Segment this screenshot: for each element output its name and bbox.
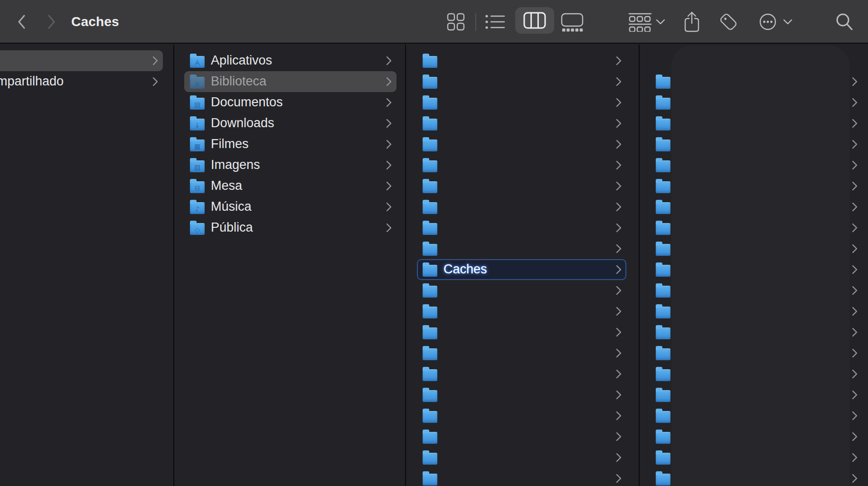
group-by-chevron[interactable]	[654, 0, 667, 44]
unnamed-folder-row[interactable]	[417, 196, 626, 217]
unnamed-folder-row[interactable]	[417, 426, 626, 447]
share-icon	[682, 10, 702, 34]
unnamed-folder-row[interactable]	[417, 71, 626, 92]
unnamed-folder-row[interactable]	[650, 447, 861, 468]
folder-icon	[656, 202, 670, 214]
chevron-right-icon	[45, 11, 58, 32]
shared-row[interactable]: mpartilhado	[0, 71, 163, 92]
unnamed-folder-row[interactable]	[650, 384, 861, 405]
folder-icon	[423, 348, 437, 360]
unnamed-folder-row[interactable]	[417, 405, 626, 426]
unnamed-folder-row[interactable]	[650, 301, 861, 322]
icon-view-button[interactable]	[444, 0, 467, 44]
grid-view-icon	[446, 12, 465, 31]
folder-row-musica[interactable]: ♪ Música	[184, 196, 396, 217]
folder-row-aplicativos[interactable]: A Aplicativos	[184, 50, 396, 71]
folder-row-filmes[interactable]: ▦ Filmes	[184, 134, 396, 155]
unnamed-folder-row[interactable]	[417, 447, 626, 468]
unnamed-folder-row[interactable]	[417, 92, 626, 113]
folder-label: Música	[211, 200, 252, 214]
unnamed-folder-row[interactable]	[417, 280, 626, 301]
folder-icon	[423, 160, 437, 172]
folder-icon	[656, 140, 670, 151]
unnamed-folder-row[interactable]	[417, 301, 626, 322]
folder-icon	[423, 181, 437, 193]
unnamed-folder-row[interactable]	[650, 155, 861, 176]
folder-row-imagens[interactable]: ▨ Imagens	[184, 155, 396, 176]
unnamed-folder-row[interactable]	[650, 405, 861, 426]
back-button[interactable]	[12, 0, 31, 44]
folder-row-downloads[interactable]: ↓ Downloads	[184, 113, 396, 134]
unnamed-folder-row[interactable]	[650, 322, 861, 343]
folder-icon	[656, 411, 670, 423]
column-view-icon	[523, 11, 547, 30]
unnamed-folder-row[interactable]	[417, 238, 626, 259]
unnamed-folder-row[interactable]	[417, 113, 626, 134]
unnamed-folder-row[interactable]	[650, 426, 861, 447]
pictures-folder-icon: ▨	[190, 160, 205, 172]
more-actions-button[interactable]	[757, 0, 779, 44]
unnamed-folder-row[interactable]	[417, 134, 626, 155]
gallery-view-button[interactable]	[559, 0, 585, 44]
folder-icon	[423, 474, 437, 486]
unnamed-folder-row[interactable]	[650, 176, 861, 196]
unnamed-folder-row[interactable]	[417, 364, 626, 384]
chevron-down-icon	[783, 19, 793, 25]
unnamed-folder-row[interactable]	[417, 50, 626, 71]
search-button[interactable]	[833, 0, 856, 44]
folder-row-caches-selected[interactable]: Caches	[417, 259, 626, 280]
chevron-right-icon	[852, 411, 858, 421]
app-badge-icon: A	[190, 57, 205, 68]
column-view-button[interactable]	[515, 7, 554, 34]
folder-icon	[423, 432, 437, 444]
chevron-right-icon	[616, 265, 622, 274]
unnamed-folder-row[interactable]	[650, 113, 861, 134]
folder-icon	[656, 77, 670, 89]
unnamed-folder-row[interactable]	[650, 134, 861, 155]
unnamed-folder-row[interactable]	[417, 176, 626, 196]
chevron-right-icon	[852, 98, 858, 107]
unnamed-folder-row[interactable]	[417, 155, 626, 176]
more-actions-chevron[interactable]	[782, 0, 794, 44]
unnamed-folder-row[interactable]	[417, 343, 626, 364]
chevron-right-icon	[852, 474, 858, 483]
music-note-badge-icon: ♪	[190, 204, 205, 214]
share-button[interactable]	[681, 0, 703, 44]
folder-icon	[656, 223, 670, 235]
folder-row-publica[interactable]: ◇ Pública	[184, 217, 396, 238]
unnamed-folder-row[interactable]	[650, 468, 861, 486]
unnamed-folder-row[interactable]	[417, 322, 626, 343]
download-badge-icon: ↓	[190, 120, 205, 131]
folder-row-mesa[interactable]: ⊟ Mesa	[184, 176, 396, 196]
folder-icon	[423, 286, 437, 298]
unnamed-folder-row[interactable]	[650, 238, 861, 259]
folder-row-documentos[interactable]: ▤ Documentos	[184, 92, 396, 113]
folder-row-biblioteca[interactable]: ⌂ Biblioteca	[184, 71, 396, 92]
forward-button[interactable]	[42, 0, 61, 44]
applications-folder-icon: A	[190, 56, 205, 68]
folder-icon	[656, 307, 670, 318]
unnamed-folder-row[interactable]	[650, 259, 861, 280]
folder-icon	[656, 98, 670, 110]
chevron-right-icon	[852, 244, 858, 253]
tag-button[interactable]	[717, 0, 740, 44]
chevron-right-icon	[852, 369, 858, 379]
folder-icon	[423, 453, 437, 465]
folder-icon	[656, 286, 670, 298]
selected-parent-row[interactable]	[0, 50, 163, 71]
unnamed-folder-row[interactable]	[650, 92, 861, 113]
unnamed-folder-row[interactable]	[650, 71, 861, 92]
unnamed-folder-row[interactable]	[417, 468, 626, 486]
unnamed-folder-row[interactable]	[650, 217, 861, 238]
unnamed-folder-row[interactable]	[650, 343, 861, 364]
group-by-button[interactable]	[627, 0, 653, 44]
unnamed-folder-row[interactable]	[650, 280, 861, 301]
chevron-right-icon	[386, 98, 392, 107]
unnamed-folder-row[interactable]	[650, 196, 861, 217]
chevron-right-icon	[616, 390, 622, 400]
unnamed-folder-row[interactable]	[417, 384, 626, 405]
unnamed-folder-row[interactable]	[417, 217, 626, 238]
group-by-icon	[628, 12, 652, 32]
list-view-button[interactable]	[482, 0, 507, 44]
unnamed-folder-row[interactable]	[650, 364, 861, 384]
